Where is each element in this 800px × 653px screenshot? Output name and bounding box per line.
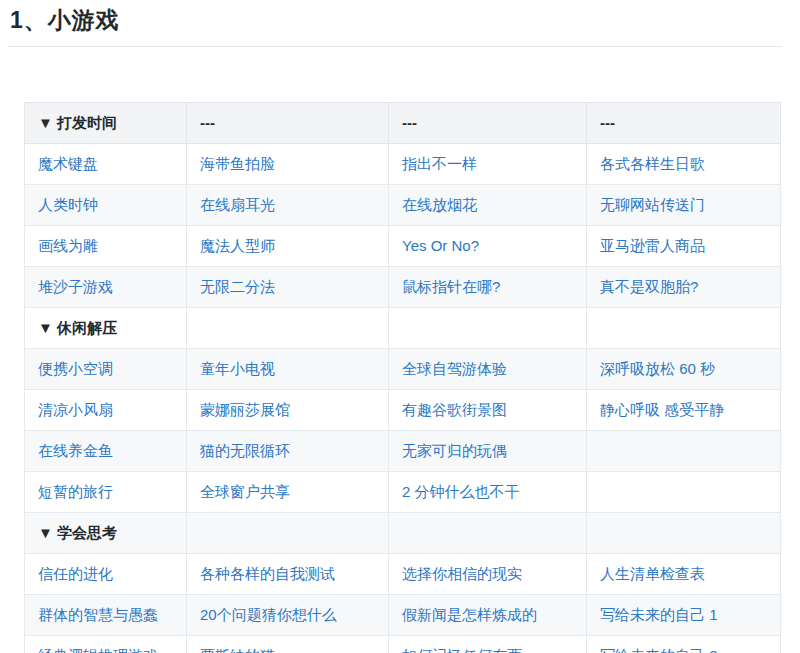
table-cell: 选择你相信的现实 xyxy=(389,553,587,594)
table-cell: 在线养金鱼 xyxy=(25,430,187,471)
game-link[interactable]: 魔法人型师 xyxy=(200,237,275,254)
empty-cell xyxy=(187,512,389,553)
game-link[interactable]: 在线放烟花 xyxy=(402,196,477,213)
header-filler-cell: --- xyxy=(389,102,587,143)
game-link[interactable]: 蒙娜丽莎展馆 xyxy=(200,401,290,418)
game-link[interactable]: 写给未来的自己 2 xyxy=(600,647,718,653)
section-row: ▼ 休闲解压 xyxy=(25,307,781,348)
game-link[interactable]: 有趣谷歌街景图 xyxy=(402,401,507,418)
table-row: 便携小空调童年小电视全球自驾游体验深呼吸放松 60 秒 xyxy=(25,348,781,389)
table-row: 信任的进化各种各样的自我测试选择你相信的现实人生清单检查表 xyxy=(25,553,781,594)
game-link[interactable]: Yes Or No? xyxy=(402,237,479,254)
empty-cell xyxy=(389,307,587,348)
game-link[interactable]: 静心呼吸 感受平静 xyxy=(600,401,724,418)
table-cell: 各种各样的自我测试 xyxy=(187,553,389,594)
table-cell: Yes Or No? xyxy=(389,225,587,266)
table-row: 堆沙子游戏无限二分法鼠标指针在哪?真不是双胞胎? xyxy=(25,266,781,307)
header-filler-cell: --- xyxy=(187,102,389,143)
game-link[interactable]: 亚马逊雷人商品 xyxy=(600,237,705,254)
table-cell: 亚马逊雷人商品 xyxy=(587,225,781,266)
game-link[interactable]: 群体的智慧与愚蠢 xyxy=(38,606,158,623)
game-link[interactable]: 全球自驾游体验 xyxy=(402,360,507,377)
game-link[interactable]: 鼠标指针在哪? xyxy=(402,278,500,295)
game-link[interactable]: 人类时钟 xyxy=(38,196,98,213)
game-link[interactable]: 信任的进化 xyxy=(38,565,113,582)
game-link[interactable]: 如何记忆任何东西 xyxy=(402,647,522,653)
game-link[interactable]: 猫的无限循环 xyxy=(200,442,290,459)
game-link[interactable]: 各种各样的自我测试 xyxy=(200,565,335,582)
table-cell: 全球窗户共享 xyxy=(187,471,389,512)
table-row: 画线为雕魔法人型师Yes Or No?亚马逊雷人商品 xyxy=(25,225,781,266)
table-cell: 在线放烟花 xyxy=(389,184,587,225)
table-cell: 无限二分法 xyxy=(187,266,389,307)
table-row: 清凉小风扇蒙娜丽莎展馆有趣谷歌街景图静心呼吸 感受平静 xyxy=(25,389,781,430)
games-table-head: ▼ 打发时间--------- xyxy=(25,102,781,143)
table-cell: 童年小电视 xyxy=(187,348,389,389)
table-cell: 无家可归的玩偶 xyxy=(389,430,587,471)
table-row: 经典逻辑推理游戏贾斯纳的猫如何记忆任何东西写给未来的自己 2 xyxy=(25,635,781,653)
table-row: 群体的智慧与愚蠢20个问题猜你想什么假新闻是怎样炼成的写给未来的自己 1 xyxy=(25,594,781,635)
game-link[interactable]: 深呼吸放松 60 秒 xyxy=(600,360,715,377)
game-link[interactable]: 海带鱼拍脸 xyxy=(200,155,275,172)
game-link[interactable]: 指出不一样 xyxy=(402,155,477,172)
table-cell: 有趣谷歌街景图 xyxy=(389,389,587,430)
table-cell: 人生清单检查表 xyxy=(587,553,781,594)
game-link[interactable]: 人生清单检查表 xyxy=(600,565,705,582)
table-cell: 贾斯纳的猫 xyxy=(187,635,389,653)
game-link[interactable]: 各式各样生日歌 xyxy=(600,155,705,172)
table-cell: 蒙娜丽莎展馆 xyxy=(187,389,389,430)
table-cell: 写给未来的自己 2 xyxy=(587,635,781,653)
table-cell: 堆沙子游戏 xyxy=(25,266,187,307)
empty-cell xyxy=(187,307,389,348)
empty-cell xyxy=(587,471,781,512)
table-cell: 20个问题猜你想什么 xyxy=(187,594,389,635)
header-filler-cell: --- xyxy=(587,102,781,143)
table-cell: 信任的进化 xyxy=(25,553,187,594)
game-link[interactable]: 清凉小风扇 xyxy=(38,401,113,418)
game-link[interactable]: 魔术键盘 xyxy=(38,155,98,172)
game-link[interactable]: 真不是双胞胎? xyxy=(600,278,698,295)
game-link[interactable]: 童年小电视 xyxy=(200,360,275,377)
table-cell: 静心呼吸 感受平静 xyxy=(587,389,781,430)
empty-cell xyxy=(389,512,587,553)
game-link[interactable]: 在线扇耳光 xyxy=(200,196,275,213)
games-table-body: 魔术键盘海带鱼拍脸指出不一样各式各样生日歌人类时钟在线扇耳光在线放烟花无聊网站传… xyxy=(25,143,781,653)
game-link[interactable]: 经典逻辑推理游戏 xyxy=(38,647,158,653)
game-link[interactable]: 堆沙子游戏 xyxy=(38,278,113,295)
game-link[interactable]: 无家可归的玩偶 xyxy=(402,442,507,459)
table-header-row: ▼ 打发时间--------- xyxy=(25,102,781,143)
table-cell: 群体的智慧与愚蠢 xyxy=(25,594,187,635)
page-title: 1、小游戏 xyxy=(10,6,800,36)
game-link[interactable]: 2 分钟什么也不干 xyxy=(402,483,520,500)
section-header-cell: ▼ 学会思考 xyxy=(25,512,187,553)
table-cell: 人类时钟 xyxy=(25,184,187,225)
game-link[interactable]: 选择你相信的现实 xyxy=(402,565,522,582)
table-row: 魔术键盘海带鱼拍脸指出不一样各式各样生日歌 xyxy=(25,143,781,184)
table-cell: 经典逻辑推理游戏 xyxy=(25,635,187,653)
games-table: ▼ 打发时间--------- 魔术键盘海带鱼拍脸指出不一样各式各样生日歌人类时… xyxy=(24,102,781,653)
game-link[interactable]: 假新闻是怎样炼成的 xyxy=(402,606,537,623)
table-row: 短暂的旅行全球窗户共享2 分钟什么也不干 xyxy=(25,471,781,512)
table-row: 人类时钟在线扇耳光在线放烟花无聊网站传送门 xyxy=(25,184,781,225)
game-link[interactable]: 贾斯纳的猫 xyxy=(200,647,275,653)
game-link[interactable]: 短暂的旅行 xyxy=(38,483,113,500)
game-link[interactable]: 画线为雕 xyxy=(38,237,98,254)
table-cell: 便携小空调 xyxy=(25,348,187,389)
game-link[interactable]: 在线养金鱼 xyxy=(38,442,113,459)
table-cell: 画线为雕 xyxy=(25,225,187,266)
table-cell: 清凉小风扇 xyxy=(25,389,187,430)
empty-cell xyxy=(587,430,781,471)
game-link[interactable]: 便携小空调 xyxy=(38,360,113,377)
table-cell: 无聊网站传送门 xyxy=(587,184,781,225)
table-cell: 深呼吸放松 60 秒 xyxy=(587,348,781,389)
table-cell: 猫的无限循环 xyxy=(187,430,389,471)
game-link[interactable]: 无限二分法 xyxy=(200,278,275,295)
game-link[interactable]: 无聊网站传送门 xyxy=(600,196,705,213)
table-cell: 全球自驾游体验 xyxy=(389,348,587,389)
table-row: 在线养金鱼猫的无限循环无家可归的玩偶 xyxy=(25,430,781,471)
empty-cell xyxy=(587,512,781,553)
game-link[interactable]: 全球窗户共享 xyxy=(200,483,290,500)
table-cell: 指出不一样 xyxy=(389,143,587,184)
game-link[interactable]: 20个问题猜你想什么 xyxy=(200,606,337,623)
game-link[interactable]: 写给未来的自己 1 xyxy=(600,606,718,623)
